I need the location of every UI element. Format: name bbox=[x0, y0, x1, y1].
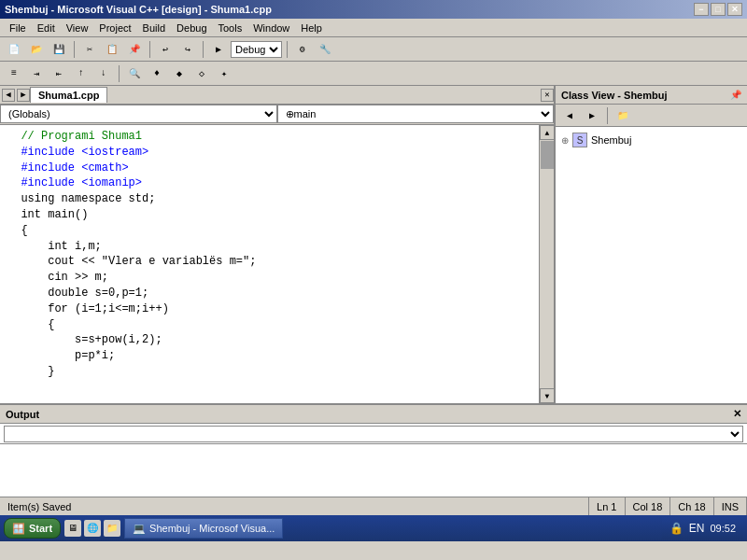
output-titlebar: Output ✕ bbox=[0, 405, 747, 424]
project-icon: S bbox=[572, 133, 587, 147]
editor-dropdowns: (Globals) ⊕main bbox=[0, 105, 554, 125]
clock: 09:52 bbox=[710, 523, 736, 534]
prop-button[interactable]: ⚙ bbox=[292, 40, 313, 59]
menu-project[interactable]: Project bbox=[93, 21, 136, 35]
quick-launch-icon-2[interactable]: 🌐 bbox=[84, 520, 101, 537]
taskbar: 🪟 Start 🖥 🌐 📁 💻 Shembuj - Microsof Visua… bbox=[0, 515, 747, 541]
menu-window[interactable]: Window bbox=[247, 21, 295, 35]
status-bar: Item(s) Saved Ln 1 Col 18 Ch 18 INS bbox=[0, 497, 747, 515]
undo-button[interactable]: ↩ bbox=[155, 40, 176, 59]
main-area: ◀ ▶ Shuma1.cpp ✕ (Globals) ⊕main // Prog… bbox=[0, 86, 747, 403]
class-toolbar: ◀ ▶ 📁 bbox=[556, 105, 747, 127]
class-view-panel: Class View - Shembuj 📌 ◀ ▶ 📁 ⊕ S Shembuj bbox=[556, 86, 747, 403]
paste-button[interactable]: 📌 bbox=[124, 40, 145, 59]
toolbar-2: ≡ ⇥ ⇤ ↑ ↓ 🔍 ♦ ◆ ◇ ✦ bbox=[0, 62, 747, 86]
tb2-btn4[interactable]: ↑ bbox=[71, 64, 92, 83]
titlebar-controls: − □ ✕ bbox=[694, 3, 742, 16]
app-title: Shembuj - Microsoft Visual C++ [design] … bbox=[5, 4, 272, 15]
scroll-thumb[interactable] bbox=[541, 141, 554, 169]
function-dropdown[interactable]: ⊕main bbox=[277, 105, 555, 123]
separator-5 bbox=[119, 65, 120, 82]
class-back-button[interactable]: ◀ bbox=[559, 106, 580, 125]
system-tray: 🔒 EN 09:52 bbox=[662, 517, 743, 539]
code-line-13: { bbox=[7, 317, 531, 333]
menu-file[interactable]: File bbox=[4, 21, 32, 35]
copy-button[interactable]: 📋 bbox=[102, 40, 122, 59]
tb2-btn8[interactable]: ◆ bbox=[169, 64, 190, 83]
wizard-button[interactable]: 🔧 bbox=[315, 40, 335, 59]
output-close-icon[interactable]: ✕ bbox=[733, 408, 741, 420]
code-line-5: using namespace std; bbox=[7, 191, 531, 207]
redo-button[interactable]: ↪ bbox=[177, 40, 198, 59]
tb2-btn2[interactable]: ⇥ bbox=[26, 64, 47, 83]
quick-launch-icon-1[interactable]: 🖥 bbox=[64, 520, 81, 537]
output-combo[interactable] bbox=[4, 426, 743, 442]
scroll-down-button[interactable]: ▼ bbox=[540, 388, 554, 403]
class-sep bbox=[607, 107, 608, 124]
output-text bbox=[0, 444, 747, 497]
config-dropdown[interactable]: Debug bbox=[231, 41, 282, 58]
scope-dropdown[interactable]: (Globals) bbox=[0, 105, 277, 123]
pin-icon[interactable]: 📌 bbox=[730, 90, 741, 100]
tb2-btn3[interactable]: ⇤ bbox=[49, 64, 69, 83]
title-bar: Shembuj - Microsoft Visual C++ [design] … bbox=[0, 0, 747, 19]
tb2-btn1[interactable]: ≡ bbox=[4, 64, 24, 83]
menu-tools[interactable]: Tools bbox=[213, 21, 248, 35]
new-file-button[interactable]: 📄 bbox=[4, 40, 24, 59]
status-text: Item(s) Saved bbox=[7, 501, 71, 512]
expand-icon[interactable]: ⊕ bbox=[561, 135, 569, 146]
tab-close-button[interactable]: ✕ bbox=[541, 89, 554, 102]
tb2-btn5[interactable]: ↓ bbox=[93, 64, 114, 83]
status-ch: Ch 18 bbox=[670, 497, 713, 515]
code-editor[interactable]: // Programi Shuma1 #include <iostream> #… bbox=[0, 125, 539, 403]
class-view-titlebar: Class View - Shembuj 📌 bbox=[556, 86, 747, 105]
scroll-up-button[interactable]: ▲ bbox=[540, 125, 554, 140]
maximize-button[interactable]: □ bbox=[711, 3, 726, 16]
code-line-4: #include <iomanip> bbox=[7, 175, 531, 191]
open-button[interactable]: 📂 bbox=[26, 40, 47, 59]
tree-root[interactable]: ⊕ S Shembuj bbox=[559, 131, 743, 149]
class-forward-button[interactable]: ▶ bbox=[582, 106, 602, 125]
class-folder-button[interactable]: 📁 bbox=[613, 106, 633, 125]
menu-build[interactable]: Build bbox=[137, 21, 171, 35]
quick-launch: 🖥 🌐 📁 bbox=[64, 520, 120, 537]
save-button[interactable]: 💾 bbox=[49, 40, 69, 59]
menu-help[interactable]: Help bbox=[295, 21, 328, 35]
editor-tab-bar: ◀ ▶ Shuma1.cpp ✕ bbox=[0, 86, 554, 105]
editor-tab-shuma1[interactable]: Shuma1.cpp bbox=[30, 87, 107, 103]
tray-lang-icon: EN bbox=[689, 522, 705, 535]
class-tree: ⊕ S Shembuj bbox=[556, 127, 747, 403]
start-label: Start bbox=[29, 523, 52, 534]
status-ln: Ln 1 bbox=[589, 497, 625, 515]
toolbar-1: 📄 📂 💾 ✂ 📋 📌 ↩ ↪ ▶ Debug ⚙ 🔧 bbox=[0, 37, 747, 62]
menu-debug[interactable]: Debug bbox=[171, 21, 212, 35]
run-button[interactable]: ▶ bbox=[208, 40, 229, 59]
tree-label: Shembuj bbox=[591, 134, 631, 146]
editor-scrollbar[interactable]: ▲ ▼ bbox=[539, 125, 554, 403]
tb2-btn7[interactable]: ♦ bbox=[147, 64, 167, 83]
output-dropdown-bar bbox=[0, 424, 747, 444]
start-button[interactable]: 🪟 Start bbox=[4, 518, 61, 539]
tab-next-button[interactable]: ▶ bbox=[17, 89, 30, 102]
separator-3 bbox=[203, 41, 204, 58]
code-line-11: double s=0,p=1; bbox=[7, 286, 531, 301]
scroll-track bbox=[540, 140, 554, 388]
menu-edit[interactable]: Edit bbox=[32, 21, 61, 35]
menu-view[interactable]: View bbox=[61, 21, 94, 35]
editor-panel: ◀ ▶ Shuma1.cpp ✕ (Globals) ⊕main // Prog… bbox=[0, 86, 556, 403]
code-line-9: cout << "Vlera e variablës m="; bbox=[7, 254, 531, 270]
taskbar-app-vs[interactable]: 💻 Shembuj - Microsof Visua... bbox=[124, 518, 283, 539]
tray-network-icon: 🔒 bbox=[669, 522, 684, 535]
minimize-button[interactable]: − bbox=[694, 3, 709, 16]
close-button[interactable]: ✕ bbox=[727, 3, 742, 16]
tab-prev-button[interactable]: ◀ bbox=[2, 89, 15, 102]
taskbar-app-label: Shembuj - Microsof Visua... bbox=[149, 523, 275, 534]
taskbar-app-icon: 💻 bbox=[133, 523, 146, 535]
quick-launch-icon-3[interactable]: 📁 bbox=[104, 520, 120, 537]
tb2-btn6[interactable]: 🔍 bbox=[124, 64, 145, 83]
output-panel: Output ✕ bbox=[0, 403, 747, 497]
output-content bbox=[0, 424, 747, 497]
cut-button[interactable]: ✂ bbox=[79, 40, 100, 59]
tb2-btn10[interactable]: ✦ bbox=[214, 64, 234, 83]
tb2-btn9[interactable]: ◇ bbox=[191, 64, 212, 83]
